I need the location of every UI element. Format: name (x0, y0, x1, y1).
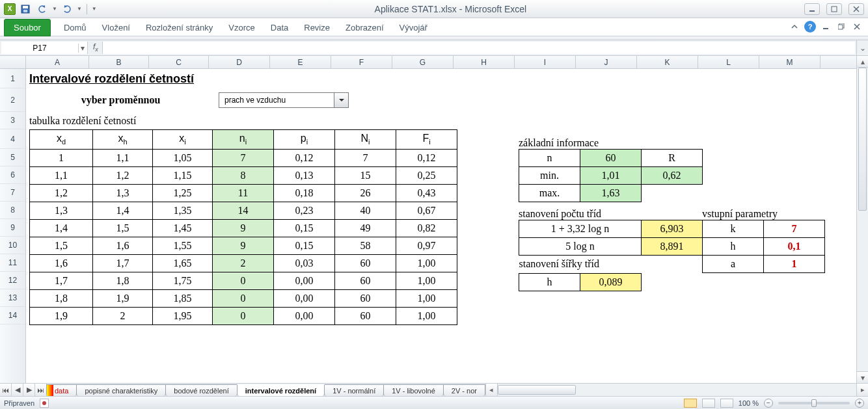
ribbon-tab-zobrazení[interactable]: Zobrazení (338, 20, 392, 36)
ribbon-tab-rozložení stránky[interactable]: Rozložení stránky (138, 20, 221, 36)
ribbon-tab-vložení[interactable]: Vložení (94, 20, 138, 36)
formula-expand-button[interactable]: ⌄ (856, 40, 868, 55)
row-header-2[interactable]: 2 (0, 88, 25, 112)
cell-xd[interactable]: 1,9 (30, 308, 93, 325)
row-header-12[interactable]: 12 (0, 272, 25, 289)
cell-Fi[interactable]: 0,25 (396, 167, 457, 185)
cell-ni[interactable]: 11 (213, 185, 274, 202)
cell-xh[interactable]: 2 (93, 308, 153, 325)
cell-Fi[interactable]: 1,00 (396, 272, 457, 290)
cell-Fi[interactable]: 0,43 (396, 185, 457, 202)
macro-record-icon[interactable] (40, 399, 49, 408)
cell-Fi[interactable]: 0,12 (396, 150, 457, 167)
row-header-1[interactable]: 1 (0, 69, 25, 88)
row-header-4[interactable]: 4 (0, 129, 25, 149)
cell-xd[interactable]: 1,2 (30, 185, 93, 202)
sheet-tab[interactable]: popisné charakteristiky (76, 384, 166, 396)
cell-Fi[interactable]: 0,67 (396, 202, 457, 220)
row-header-9[interactable]: 9 (0, 219, 25, 237)
sheet-nav-first[interactable]: ⏮ (0, 384, 12, 396)
cell-ni[interactable]: 14 (213, 202, 274, 220)
select-all-corner[interactable] (0, 56, 26, 68)
view-normal-button[interactable] (684, 399, 697, 408)
sheet-nav-next[interactable]: ▶ (23, 384, 35, 396)
row-header-13[interactable]: 13 (0, 289, 25, 307)
name-box[interactable]: ▾ (1, 42, 88, 54)
cell-xd[interactable]: 1,6 (30, 255, 93, 272)
undo-dropdown-icon[interactable]: ▼ (52, 6, 57, 12)
column-header-L[interactable]: L (698, 56, 759, 68)
scroll-up-button[interactable]: ▴ (857, 56, 868, 68)
column-header-E[interactable]: E (270, 56, 331, 68)
cell-xi[interactable]: 1,15 (153, 167, 213, 185)
cell-xi[interactable]: 1,05 (153, 150, 213, 167)
file-tab[interactable]: Soubor (4, 19, 51, 36)
cell-xi[interactable]: 1,25 (153, 185, 213, 202)
cell-ni[interactable]: 7 (213, 150, 274, 167)
row-header-10[interactable]: 10 (0, 237, 25, 254)
cells-area[interactable]: Intervalové rozdělení četností vyber pro… (26, 69, 856, 383)
cell-xi[interactable]: 1,75 (153, 272, 213, 290)
cell-Ni[interactable]: 49 (335, 220, 396, 237)
sheet-tab[interactable]: 1V - normální (324, 384, 384, 396)
row-header-5[interactable]: 5 (0, 149, 25, 166)
cell-xh[interactable]: 1,1 (93, 150, 153, 167)
column-header-G[interactable]: G (392, 56, 454, 68)
horizontal-scrollbar[interactable]: ◂ ▸ (485, 384, 868, 396)
scroll-left-button[interactable]: ◂ (486, 384, 498, 396)
fx-icon[interactable]: fx (93, 42, 98, 53)
formula-input[interactable] (102, 42, 855, 54)
column-header-B[interactable]: B (89, 56, 149, 68)
redo-button[interactable] (60, 2, 74, 16)
cell-Ni[interactable]: 15 (335, 167, 396, 185)
view-page-break-button[interactable] (720, 399, 733, 408)
column-header-K[interactable]: K (637, 56, 698, 68)
cell-Fi[interactable]: 1,00 (396, 290, 457, 308)
sheet-tab[interactable]: 1V - libovolné (383, 384, 444, 396)
maximize-button[interactable] (826, 3, 842, 15)
cell-xh[interactable]: 1,4 (93, 202, 153, 220)
column-header-D[interactable]: D (209, 56, 270, 68)
row-header-7[interactable]: 7 (0, 184, 25, 202)
row-header-14[interactable]: 14 (0, 307, 25, 324)
cell-xd[interactable]: 1,8 (30, 290, 93, 308)
column-header-M[interactable]: M (759, 56, 821, 68)
column-header-I[interactable]: I (515, 56, 576, 68)
cell-ni[interactable]: 9 (213, 237, 274, 255)
redo-dropdown-icon[interactable]: ▼ (77, 6, 82, 12)
cell-xd[interactable]: 1,1 (30, 167, 93, 185)
sheet-tab[interactable]: bodové rozdělení (165, 384, 237, 396)
save-button[interactable] (18, 2, 33, 16)
zoom-out-button[interactable]: − (764, 399, 773, 408)
cell-xd[interactable]: 1,7 (30, 272, 93, 290)
cell-Fi[interactable]: 0,82 (396, 220, 457, 237)
row-header-11[interactable]: 11 (0, 254, 25, 272)
view-page-layout-button[interactable] (702, 399, 715, 408)
qat-customize-icon[interactable]: ▼ (92, 6, 97, 12)
cell-pi[interactable]: 0,15 (274, 220, 335, 237)
cell-pi[interactable]: 0,12 (274, 150, 335, 167)
cell-Ni[interactable]: 60 (335, 255, 396, 272)
column-header-H[interactable]: H (454, 56, 515, 68)
cell-xd[interactable]: 1,3 (30, 202, 93, 220)
name-box-dropdown-icon[interactable]: ▾ (78, 44, 87, 53)
ribbon-tab-vzorce[interactable]: Vzorce (221, 20, 262, 36)
variable-combobox[interactable]: prach ve vzduchu (219, 92, 349, 108)
cell-xi[interactable]: 1,55 (153, 237, 213, 255)
cell-xh[interactable]: 1,9 (93, 290, 153, 308)
name-box-input[interactable] (1, 44, 78, 53)
ribbon-tab-vývojář[interactable]: Vývojář (392, 20, 435, 36)
zoom-slider-thumb[interactable] (811, 399, 817, 407)
cell-xd[interactable]: 1,5 (30, 237, 93, 255)
undo-button[interactable] (35, 2, 49, 16)
cell-xh[interactable]: 1,2 (93, 167, 153, 185)
workbook-close-button[interactable] (851, 21, 863, 33)
row-header-6[interactable]: 6 (0, 166, 25, 184)
cell-xh[interactable]: 1,6 (93, 237, 153, 255)
column-header-A[interactable]: A (26, 56, 89, 68)
scroll-down-button[interactable]: ▾ (857, 371, 868, 383)
cell-xi[interactable]: 1,45 (153, 220, 213, 237)
sheet-tab[interactable]: intervalové rozdělení (237, 384, 325, 396)
minimize-button[interactable] (804, 3, 820, 15)
cell-pi[interactable]: 0,03 (274, 255, 335, 272)
